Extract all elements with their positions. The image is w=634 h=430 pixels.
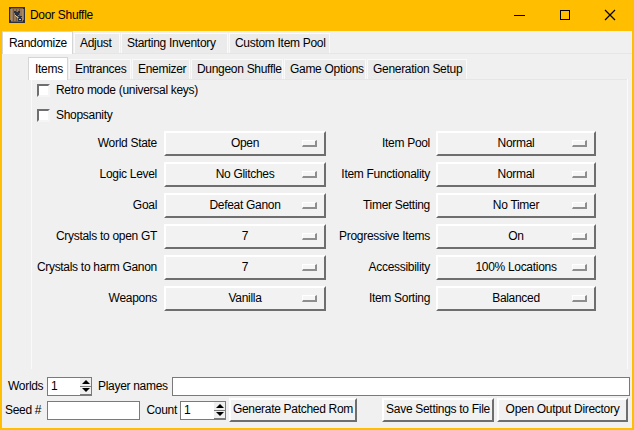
dropdown-indicator-icon: [572, 233, 587, 240]
save-settings-button[interactable]: Save Settings to File: [382, 398, 494, 422]
logic-level-label: Logic Level: [0, 162, 157, 187]
crystals-harm-ganon-label: Crystals to harm Ganon: [0, 255, 157, 280]
up-arrow-icon: [82, 380, 90, 384]
app-door-icon: [9, 7, 25, 23]
count-value: 1: [184, 402, 190, 419]
accessibility-value: 100% Locations: [438, 257, 594, 277]
item-sorting-dropdown[interactable]: Balanced: [436, 286, 596, 311]
item-pool-label: Item Pool: [273, 131, 430, 156]
count-spin-arrows: [214, 402, 225, 419]
generate-patched-rom-button[interactable]: Generate Patched Rom: [229, 398, 357, 422]
count-spinbox[interactable]: 1: [180, 401, 226, 420]
item-sorting-value: Balanced: [438, 288, 594, 308]
secondary-pane-border: [31, 79, 628, 80]
item-sorting-label: Item Sorting: [273, 286, 430, 311]
progressive-items-dropdown[interactable]: On: [436, 224, 596, 249]
minimize-button[interactable]: [497, 0, 542, 31]
down-arrow-icon: [82, 388, 90, 392]
player-names-input[interactable]: [172, 377, 630, 396]
goal-label: Goal: [0, 193, 157, 218]
dropdown-indicator-icon: [572, 202, 587, 209]
worlds-spin-arrows: [80, 378, 91, 395]
tab-dungeon-shuffle[interactable]: Dungeon Shuffle: [191, 59, 283, 79]
player-names-label: Player names: [98, 377, 168, 396]
count-spin-down-button[interactable]: [214, 411, 225, 420]
dropdown-indicator-icon: [572, 171, 587, 178]
tab-items[interactable]: Items: [28, 57, 68, 80]
primary-pane-border: [2, 53, 632, 54]
close-button[interactable]: [587, 0, 632, 31]
window-title: Door Shuffle: [30, 0, 93, 31]
tab-game-options[interactable]: Game Options: [284, 59, 366, 79]
tab-entrances[interactable]: Entrances: [69, 59, 131, 79]
tab-randomize[interactable]: Randomize: [2, 31, 73, 54]
maximize-button[interactable]: [542, 0, 587, 31]
down-arrow-icon: [216, 412, 224, 416]
maximize-icon: [560, 10, 570, 20]
tab-custom-item-pool[interactable]: Custom Item Pool: [229, 33, 330, 53]
secondary-pane-right-border: [627, 79, 628, 369]
door-shuffle-window: Door Shuffle Randomize Adjust Starting I…: [0, 0, 634, 430]
retro-mode-checkbox[interactable]: [37, 84, 50, 97]
crystals-open-gt-label: Crystals to open GT: [0, 224, 157, 249]
worlds-label: Worlds: [8, 377, 43, 396]
item-pool-dropdown[interactable]: Normal: [436, 131, 596, 156]
up-arrow-icon: [216, 404, 224, 408]
close-icon: [604, 9, 616, 21]
tab-adjust[interactable]: Adjust: [74, 33, 120, 53]
timer-setting-label: Timer Setting: [273, 193, 430, 218]
dropdown-indicator-icon: [572, 295, 587, 302]
accessibility-label: Accessibility: [273, 255, 430, 280]
retro-mode-label: Retro mode (universal keys): [56, 84, 198, 97]
item-pool-value: Normal: [438, 133, 594, 153]
weapons-label: Weapons: [0, 286, 157, 311]
dropdown-indicator-icon: [572, 264, 587, 271]
count-spin-up-button[interactable]: [214, 402, 225, 411]
item-functionality-value: Normal: [438, 164, 594, 184]
window-border-left: [0, 0, 2, 430]
tab-generation-setup[interactable]: Generation Setup: [367, 59, 467, 79]
world-state-label: World State: [0, 131, 157, 156]
minimize-icon: [514, 15, 525, 16]
timer-setting-dropdown[interactable]: No Timer: [436, 193, 596, 218]
worlds-value: 1: [51, 378, 57, 395]
secondary-pane-left-border: [31, 79, 32, 369]
tab-enemizer[interactable]: Enemizer: [132, 59, 190, 79]
progressive-items-value: On: [438, 226, 594, 246]
shopsanity-checkbox[interactable]: [37, 109, 50, 122]
worlds-spinbox[interactable]: 1: [47, 377, 92, 396]
worlds-spin-down-button[interactable]: [80, 387, 91, 396]
worlds-spin-up-button[interactable]: [80, 378, 91, 387]
timer-setting-value: No Timer: [438, 195, 594, 215]
accessibility-dropdown[interactable]: 100% Locations: [436, 255, 596, 280]
progressive-items-label: Progressive Items: [273, 224, 430, 249]
item-functionality-label: Item Functionality: [273, 162, 430, 187]
seed-label: Seed #: [5, 401, 41, 420]
seed-input[interactable]: [47, 401, 140, 420]
item-functionality-dropdown[interactable]: Normal: [436, 162, 596, 187]
title-bar[interactable]: Door Shuffle: [0, 0, 634, 31]
dropdown-indicator-icon: [572, 140, 587, 147]
open-output-directory-button[interactable]: Open Output Directory: [497, 398, 628, 422]
shopsanity-label: Shopsanity: [56, 109, 112, 122]
count-label: Count: [134, 401, 177, 420]
tab-starting-inventory[interactable]: Starting Inventory: [121, 33, 228, 53]
